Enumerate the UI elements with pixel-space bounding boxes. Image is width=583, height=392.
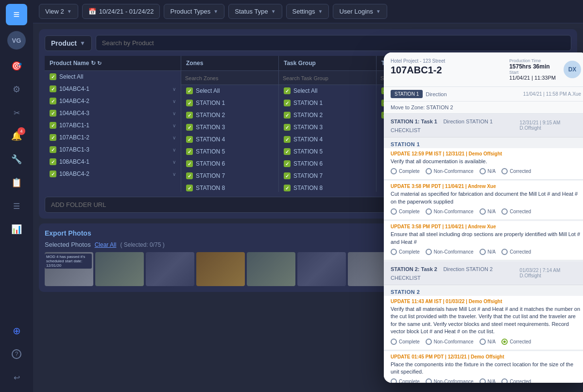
sidebar-item-list[interactable]: ☰ xyxy=(6,195,27,217)
photo-thumbnail[interactable] xyxy=(146,252,194,286)
radio-option-complete[interactable]: Complete xyxy=(391,249,420,255)
list-item[interactable]: STATION 6 xyxy=(181,158,278,170)
item-checkbox[interactable] xyxy=(186,87,193,94)
radio-option-complete[interactable]: Complete xyxy=(391,208,420,215)
radio-option-na[interactable]: N/A xyxy=(480,378,496,383)
item-checkbox[interactable] xyxy=(186,124,193,131)
select-all-checkbox[interactable] xyxy=(50,73,56,80)
item-checkbox[interactable] xyxy=(50,170,56,177)
radio-circle[interactable] xyxy=(480,208,486,215)
radio-circle-selected[interactable] xyxy=(501,339,508,345)
radio-option-na[interactable]: N/A xyxy=(480,168,496,174)
radio-option-complete[interactable]: Complete xyxy=(391,168,420,174)
item-checkbox[interactable] xyxy=(284,87,291,94)
radio-circle[interactable] xyxy=(391,339,397,345)
item-checkbox[interactable] xyxy=(284,124,291,131)
radio-option-nonconformance[interactable]: Non-Conformance xyxy=(426,168,474,174)
list-item[interactable]: Select All xyxy=(181,85,278,97)
radio-circle[interactable] xyxy=(501,168,508,174)
list-item[interactable]: STATION 7 xyxy=(279,170,376,182)
list-item[interactable]: STATION 2 xyxy=(181,109,278,121)
radio-option-corrected[interactable]: Corrected xyxy=(501,378,531,383)
list-item[interactable]: STATION 7 xyxy=(181,170,278,182)
list-item[interactable]: 104ABC4-3 ∨ xyxy=(45,107,181,119)
radio-circle[interactable] xyxy=(501,208,508,215)
item-checkbox[interactable] xyxy=(186,148,193,155)
list-item[interactable]: STATION 8 xyxy=(181,182,278,192)
list-item[interactable]: 107ABC1-1 ∨ xyxy=(45,119,181,132)
radio-option-na[interactable]: N/A xyxy=(480,339,496,345)
status-type-selector[interactable]: Status Type ▼ xyxy=(228,4,282,19)
item-checkbox[interactable] xyxy=(50,158,56,165)
radio-circle[interactable] xyxy=(391,378,397,383)
list-item[interactable]: STATION 2 xyxy=(279,109,376,121)
list-item[interactable]: 104ABC4-1 ∨ xyxy=(45,83,181,95)
item-checkbox[interactable] xyxy=(284,185,291,191)
sidebar-item-help[interactable]: ? xyxy=(6,343,27,365)
radio-circle[interactable] xyxy=(426,249,432,255)
radio-circle[interactable] xyxy=(391,208,397,215)
task-group-search[interactable] xyxy=(279,71,376,85)
product-types-selector[interactable]: Product Types ▼ xyxy=(164,4,224,19)
settings-selector[interactable]: Settings ▼ xyxy=(286,4,329,19)
radio-circle[interactable] xyxy=(391,249,397,255)
product-dropdown[interactable]: Product ▼ xyxy=(45,35,92,51)
radio-circle[interactable] xyxy=(480,339,486,345)
photo-thumbnail[interactable] xyxy=(196,252,245,286)
list-item[interactable]: STATION 3 xyxy=(181,121,278,134)
item-checkbox[interactable] xyxy=(186,160,193,167)
item-checkbox[interactable] xyxy=(186,112,193,119)
radio-circle[interactable] xyxy=(501,378,508,383)
list-item[interactable]: 107ABC1-3 ∨ xyxy=(45,144,181,156)
radio-circle[interactable] xyxy=(501,249,508,255)
user-logins-selector[interactable]: User Logins ▼ xyxy=(333,4,387,19)
radio-option-nonconformance[interactable]: Non-Conformance xyxy=(426,378,474,383)
radio-option-nonconformance[interactable]: Non-Conformance xyxy=(426,339,474,345)
list-item[interactable]: STATION 4 xyxy=(181,134,278,146)
radio-option-complete[interactable]: Complete xyxy=(391,378,420,383)
sidebar-item-chart[interactable]: 📊 xyxy=(6,219,27,240)
item-checkbox[interactable] xyxy=(50,98,56,104)
item-checkbox[interactable] xyxy=(284,100,291,106)
radio-option-nonconformance[interactable]: Non-Conformance xyxy=(426,208,474,215)
sidebar-item-file[interactable]: 📋 xyxy=(6,172,27,193)
sidebar-item-wrench[interactable]: 🔧 xyxy=(6,149,27,170)
zones-search[interactable] xyxy=(181,71,278,85)
item-checkbox[interactable] xyxy=(186,100,193,106)
select-all-product[interactable]: Select All xyxy=(45,71,181,83)
radio-option-corrected[interactable]: Corrected xyxy=(501,168,531,174)
clear-all-button[interactable]: Clear All xyxy=(95,241,117,248)
item-checkbox[interactable] xyxy=(284,148,291,155)
radio-circle[interactable] xyxy=(426,208,432,215)
radio-option-na[interactable]: N/A xyxy=(480,208,496,215)
item-checkbox[interactable] xyxy=(50,110,56,117)
list-item[interactable]: STATION 1 xyxy=(181,97,278,109)
list-item[interactable]: STATION 5 xyxy=(181,146,278,158)
item-checkbox[interactable] xyxy=(284,112,291,119)
list-item[interactable]: Select All xyxy=(279,85,376,97)
radio-circle[interactable] xyxy=(426,339,432,345)
photo-thumbnail[interactable]: MOD 4 has passed it's scheduled start da… xyxy=(45,252,93,286)
list-item[interactable]: 107ABC1-2 ∨ xyxy=(45,132,181,144)
task-group-search-input[interactable] xyxy=(283,75,372,81)
user-avatar[interactable]: VG xyxy=(7,31,26,50)
sidebar-item-logout[interactable]: ↩ xyxy=(6,367,27,388)
radio-circle[interactable] xyxy=(480,249,486,255)
radio-option-corrected[interactable]: Corrected xyxy=(501,208,531,215)
item-checkbox[interactable] xyxy=(284,172,291,179)
list-item[interactable]: STATION 3 xyxy=(279,121,376,134)
radio-option-nonconformance[interactable]: Non-Conformance xyxy=(426,249,474,255)
item-checkbox[interactable] xyxy=(284,160,291,167)
sidebar-item-bell[interactable]: 🔔 xyxy=(6,125,27,147)
radio-option-corrected[interactable]: Corrected xyxy=(501,339,531,345)
zones-search-input[interactable] xyxy=(185,75,274,81)
item-checkbox[interactable] xyxy=(50,122,56,129)
photo-thumbnail[interactable] xyxy=(95,252,144,286)
app-logo[interactable]: ≡ xyxy=(6,4,27,25)
sidebar-item-add[interactable]: ⊕ xyxy=(6,320,27,341)
radio-circle[interactable] xyxy=(426,168,432,174)
radio-option-complete[interactable]: Complete xyxy=(391,339,420,345)
item-checkbox[interactable] xyxy=(186,172,193,179)
list-item[interactable]: 108ABC4-2 ∨ xyxy=(45,168,181,178)
item-checkbox[interactable] xyxy=(186,185,193,191)
